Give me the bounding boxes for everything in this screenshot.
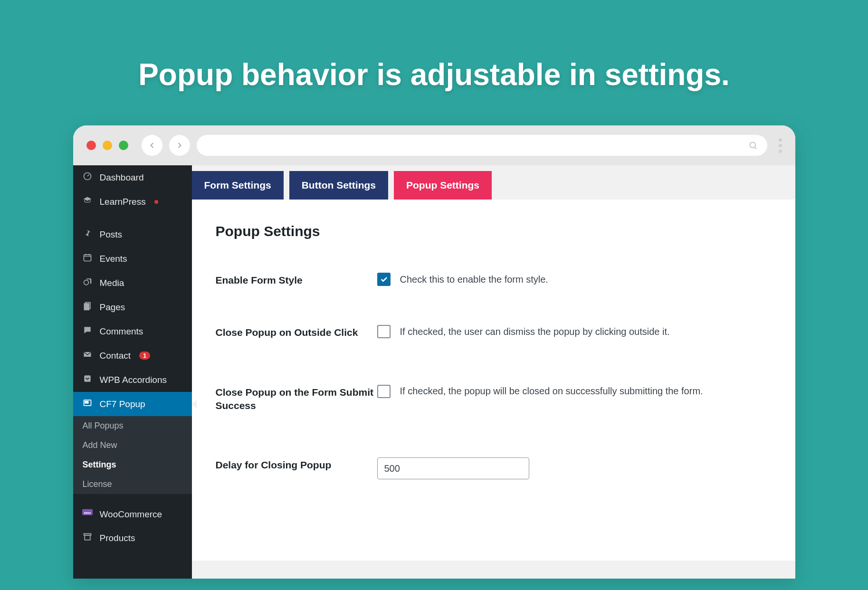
close-outside-checkbox[interactable] <box>377 325 391 338</box>
update-dot-icon <box>154 200 158 204</box>
media-icon <box>82 277 93 289</box>
sidebar-item-dashboard[interactable]: Dashboard <box>73 165 192 190</box>
sidebar-item-label: Posts <box>100 229 123 240</box>
minimize-window-icon[interactable] <box>103 141 112 150</box>
sidebar-item-label: Products <box>100 533 135 543</box>
browser-toolbar <box>73 125 795 165</box>
comments-icon <box>82 325 93 337</box>
close-window-icon[interactable] <box>86 141 96 150</box>
forward-button[interactable] <box>169 135 190 156</box>
sidebar-item-learnpress[interactable]: LearnPress <box>73 190 192 214</box>
svg-point-3 <box>84 280 88 285</box>
enable-form-style-checkbox[interactable] <box>377 273 391 286</box>
setting-label: Close Popup on Outside Click <box>216 325 377 339</box>
search-icon <box>748 141 758 150</box>
sidebar-item-woocommerce[interactable]: woo WooCommerce <box>73 503 192 526</box>
close-on-submit-checkbox[interactable] <box>377 385 391 398</box>
notification-badge: 1 <box>139 352 150 360</box>
check-icon <box>380 275 388 284</box>
calendar-icon <box>82 253 93 265</box>
browser-menu-icon[interactable] <box>779 138 782 153</box>
browser-window: Dashboard LearnPress Posts Events Media <box>73 125 795 579</box>
svg-rect-7 <box>84 375 90 381</box>
sidebar-item-contact[interactable]: Contact 1 <box>73 343 192 368</box>
submenu-add-new[interactable]: Add New <box>73 436 192 455</box>
admin-sidebar: Dashboard LearnPress Posts Events Media <box>73 165 192 579</box>
traffic-lights <box>86 141 128 150</box>
tab-popup-settings[interactable]: Popup Settings <box>394 171 492 200</box>
sidebar-item-label: LearnPress <box>100 197 146 207</box>
submenu-license[interactable]: License <box>73 475 192 494</box>
sidebar-item-cf7-popup[interactable]: CF7 Popup <box>73 392 192 416</box>
sidebar-separator <box>73 494 192 503</box>
setting-row-delay-close: Delay for Closing Popup <box>216 457 772 479</box>
setting-row-close-on-submit: Close Popup on the Form Submit Success I… <box>216 385 772 413</box>
setting-description: If checked, the popup will be closed on … <box>400 386 703 397</box>
url-bar[interactable] <box>197 135 767 156</box>
panel-heading: Popup Settings <box>216 223 772 239</box>
svg-point-0 <box>750 142 755 148</box>
popup-icon <box>82 398 93 410</box>
envelope-icon <box>82 350 93 362</box>
pages-icon <box>82 301 93 313</box>
main-content: Form Settings Button Settings Popup Sett… <box>192 165 795 579</box>
setting-label: Delay for Closing Popup <box>216 457 377 472</box>
dashboard-icon <box>82 171 93 183</box>
woocommerce-icon: woo <box>82 509 93 520</box>
delay-close-input[interactable] <box>377 457 529 479</box>
sidebar-item-wpb-accordions[interactable]: WPB Accordions <box>73 368 192 392</box>
archive-icon <box>82 532 93 544</box>
svg-rect-2 <box>84 255 91 261</box>
settings-panel: Popup Settings Enable Form Style Check t… <box>192 200 795 561</box>
sidebar-item-label: Dashboard <box>100 172 144 183</box>
sidebar-item-label: Events <box>100 254 127 264</box>
sidebar-item-products[interactable]: Products <box>73 526 192 550</box>
arrow-left-icon <box>147 141 157 150</box>
submenu-settings[interactable]: Settings <box>73 455 192 475</box>
sidebar-item-comments[interactable]: Comments <box>73 319 192 343</box>
hero-title: Popup behavior is adjustable in settings… <box>0 0 868 92</box>
tab-bar: Form Settings Button Settings Popup Sett… <box>192 165 795 200</box>
chevron-down-icon <box>82 374 93 386</box>
sidebar-item-label: Pages <box>100 302 125 313</box>
setting-description: Check this to enable the form style. <box>400 274 548 285</box>
sidebar-item-events[interactable]: Events <box>73 247 192 271</box>
sidebar-submenu: All Popups Add New Settings License <box>73 416 192 494</box>
app-frame: Dashboard LearnPress Posts Events Media <box>73 165 795 579</box>
sidebar-item-media[interactable]: Media <box>73 271 192 295</box>
sidebar-item-label: WPB Accordions <box>100 375 167 385</box>
sidebar-item-posts[interactable]: Posts <box>73 222 192 247</box>
svg-text:woo: woo <box>83 511 91 515</box>
svg-rect-9 <box>85 401 88 403</box>
submenu-all-popups[interactable]: All Popups <box>73 416 192 436</box>
back-button[interactable] <box>142 135 162 156</box>
pin-icon <box>82 228 93 240</box>
sidebar-item-label: CF7 Popup <box>100 399 145 409</box>
graduation-cap-icon <box>82 196 93 208</box>
tab-button-settings[interactable]: Button Settings <box>289 171 388 200</box>
setting-label: Enable Form Style <box>216 273 377 287</box>
sidebar-separator <box>73 214 192 222</box>
setting-label: Close Popup on the Form Submit Success <box>216 385 377 413</box>
maximize-window-icon[interactable] <box>119 141 128 150</box>
sidebar-item-label: Comments <box>100 326 143 337</box>
sidebar-item-label: WooCommerce <box>100 509 162 520</box>
setting-row-close-outside: Close Popup on Outside Click If checked,… <box>216 325 772 339</box>
sidebar-item-pages[interactable]: Pages <box>73 295 192 319</box>
arrow-right-icon <box>175 141 184 150</box>
sidebar-item-label: Contact <box>100 351 131 361</box>
svg-rect-5 <box>84 304 89 310</box>
setting-row-enable-form-style: Enable Form Style Check this to enable t… <box>216 273 772 287</box>
svg-rect-13 <box>85 535 90 540</box>
sidebar-item-label: Media <box>100 278 124 288</box>
tab-form-settings[interactable]: Form Settings <box>192 171 284 200</box>
setting-description: If checked, the user can dismiss the pop… <box>400 326 670 337</box>
